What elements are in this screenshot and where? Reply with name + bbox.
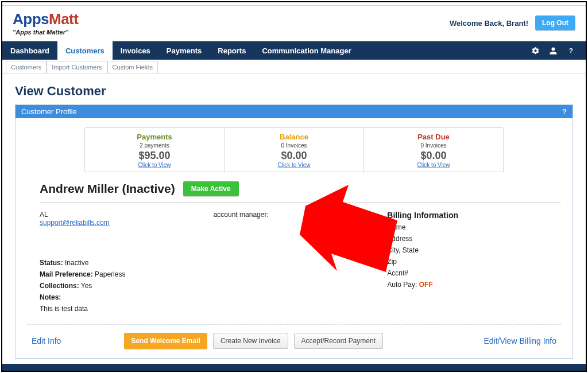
status-label: Status: bbox=[40, 259, 63, 267]
header-bar: AppsMatt "Apps that Matter" Welcome Back… bbox=[2, 6, 586, 41]
billing-name: Name bbox=[387, 223, 561, 231]
make-active-button[interactable]: Make Active bbox=[183, 181, 239, 196]
welcome-text: Welcome Back, Brant! bbox=[450, 19, 528, 28]
nav-item-communication-manager[interactable]: Communication Manager bbox=[254, 41, 359, 60]
info-col-manager: account manager: bbox=[214, 211, 388, 313]
metric-pastdue-sub: 0 Invoices bbox=[368, 142, 500, 149]
billing-heading: Billing Information bbox=[387, 211, 561, 220]
svg-text:?: ? bbox=[569, 47, 573, 54]
logo-part-apps: Apps bbox=[13, 10, 49, 28]
customer-name-row: Andrew Miller (Inactive) Make Active bbox=[40, 181, 561, 203]
customer-email-link[interactable]: support@reliabills.com bbox=[40, 219, 110, 227]
panel-help-icon[interactable]: ? bbox=[562, 107, 567, 116]
primary-nav: Dashboard Customers Invoices Payments Re… bbox=[2, 41, 586, 60]
billing-address: Address bbox=[387, 235, 561, 243]
info-col-billing: Billing Information Name Address City, S… bbox=[387, 211, 561, 313]
logo-tagline: "Apps that Matter" bbox=[13, 29, 78, 36]
page-title: View Customer bbox=[15, 84, 573, 99]
app-window: AppsMatt "Apps that Matter" Welcome Back… bbox=[1, 1, 587, 372]
user-icon[interactable] bbox=[549, 46, 558, 55]
customer-info-grid: AL support@reliabills.com Status: Inacti… bbox=[40, 211, 561, 313]
metric-payments-title: Payments bbox=[88, 133, 220, 141]
gear-icon[interactable] bbox=[531, 46, 540, 55]
footer-buttons: Send Welcome Email Create New Invoice Ac… bbox=[124, 333, 383, 349]
subnav-import-customers[interactable]: Import Customers bbox=[47, 61, 107, 73]
customer-name: Andrew Miller (Inactive) bbox=[40, 182, 175, 196]
metric-balance-amount: $0.00 bbox=[228, 150, 360, 162]
billing-zip: Zip bbox=[387, 258, 561, 266]
header-right: Welcome Back, Brant! Log Out bbox=[450, 15, 575, 30]
nav-item-reports[interactable]: Reports bbox=[210, 41, 254, 60]
notes-value: This is test data bbox=[40, 305, 214, 313]
edit-billing-link[interactable]: Edit/View Billing Info bbox=[483, 336, 556, 345]
nav-item-customers[interactable]: Customers bbox=[57, 41, 113, 60]
panel-header: Customer Profile ? bbox=[16, 105, 572, 118]
panel-body: Payments 2 payments $95.00 Click to View… bbox=[16, 118, 572, 358]
mail-pref-label: Mail Preference: bbox=[40, 270, 93, 278]
collections-value: Yes bbox=[81, 282, 92, 290]
logo: AppsMatt "Apps that Matter" bbox=[13, 10, 78, 36]
nav-item-payments[interactable]: Payments bbox=[158, 41, 210, 60]
metrics-row: Payments 2 payments $95.00 Click to View… bbox=[84, 127, 504, 172]
metric-balance-link[interactable]: Click to View bbox=[228, 162, 360, 168]
page-content: View Customer Customer Profile ? Payment… bbox=[2, 73, 586, 359]
panel-footer: Edit Info Send Welcome Email Create New … bbox=[27, 324, 561, 352]
metric-pastdue-link[interactable]: Click to View bbox=[368, 162, 500, 168]
panel-title: Customer Profile bbox=[21, 107, 77, 116]
send-welcome-button[interactable]: Send Welcome Email bbox=[124, 333, 207, 349]
nav-right-icons: ? bbox=[531, 46, 583, 55]
help-icon[interactable]: ? bbox=[567, 46, 575, 55]
metric-payments-amount: $95.00 bbox=[88, 150, 220, 162]
info-col-contact: AL support@reliabills.com Status: Inacti… bbox=[40, 211, 214, 313]
logo-text: AppsMatt bbox=[13, 10, 78, 28]
metric-pastdue-amount: $0.00 bbox=[368, 150, 500, 162]
account-manager-label: account manager: bbox=[214, 211, 388, 219]
autopay-label: Auto Pay: bbox=[387, 281, 417, 289]
metric-balance: Balance 0 Invoices $0.00 Click to View bbox=[225, 128, 364, 172]
customer-profile-panel: Customer Profile ? Payments 2 payments $… bbox=[15, 104, 573, 359]
subnav-customers[interactable]: Customers bbox=[6, 61, 47, 73]
collections-label: Collections: bbox=[40, 282, 79, 290]
accept-payment-button[interactable]: Accept/Record Payment bbox=[294, 333, 383, 349]
billing-acct: Accnt# bbox=[387, 269, 561, 277]
customer-code: AL bbox=[40, 211, 214, 219]
secondary-nav: Customers Import Customers Custom Fields bbox=[2, 60, 586, 73]
metric-balance-sub: 0 Invoices bbox=[228, 142, 360, 149]
mail-pref-value: Paperless bbox=[95, 270, 125, 278]
metric-pastdue: Past Due 0 Invoices $0.00 Click to View bbox=[364, 128, 503, 172]
notes-label: Notes: bbox=[40, 293, 61, 301]
edit-info-link[interactable]: Edit Info bbox=[32, 336, 61, 345]
create-invoice-button[interactable]: Create New Invoice bbox=[213, 333, 288, 349]
nav-item-dashboard[interactable]: Dashboard bbox=[2, 41, 57, 60]
metric-balance-title: Balance bbox=[228, 133, 360, 141]
metric-pastdue-title: Past Due bbox=[368, 133, 500, 141]
billing-city-state: City, State bbox=[387, 246, 561, 254]
nav-item-invoices[interactable]: Invoices bbox=[113, 41, 158, 60]
bottom-gutter bbox=[2, 364, 586, 371]
metric-payments-sub: 2 payments bbox=[88, 142, 220, 149]
metric-payments-link[interactable]: Click to View bbox=[88, 162, 220, 168]
logo-part-matt: Matt bbox=[49, 10, 78, 28]
logout-button[interactable]: Log Out bbox=[535, 15, 575, 30]
autopay-value: OFF bbox=[419, 281, 433, 289]
metric-payments: Payments 2 payments $95.00 Click to View bbox=[85, 128, 225, 172]
status-value: Inactive bbox=[65, 259, 88, 267]
subnav-custom-fields[interactable]: Custom Fields bbox=[107, 61, 158, 73]
